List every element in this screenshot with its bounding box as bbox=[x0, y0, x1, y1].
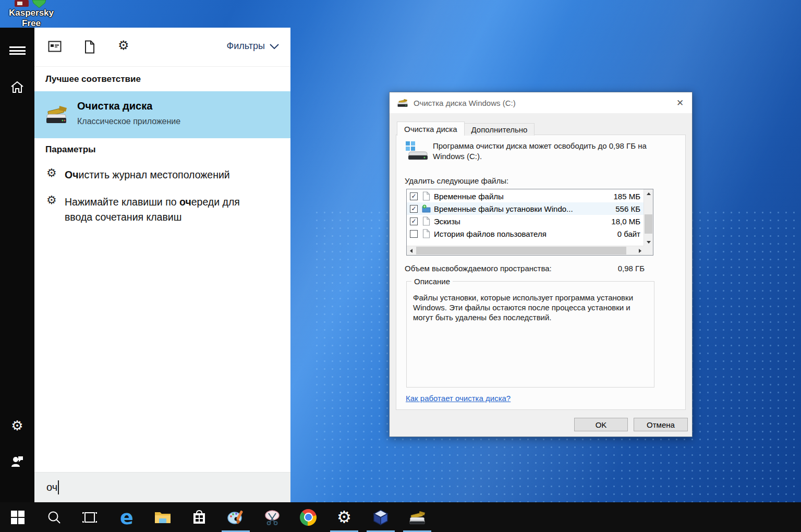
start-button[interactable] bbox=[3, 502, 32, 532]
filter-bar: ⚙ Фильтры bbox=[34, 28, 290, 67]
file-page-icon bbox=[422, 229, 431, 238]
option-text: Очистить журнал местоположений bbox=[65, 167, 268, 183]
best-match-header: Лучшее соответствие bbox=[45, 74, 141, 84]
description-header: Описание bbox=[411, 277, 453, 286]
filter-apps-button[interactable] bbox=[48, 40, 62, 55]
files-listbox: ✓ Временные файлы 185 МБ ✓ bbox=[406, 189, 653, 256]
filters-dropdown[interactable]: Фильтры bbox=[227, 41, 279, 52]
disk-drive-icon bbox=[405, 140, 429, 160]
gear-icon: ⚙ bbox=[11, 419, 23, 432]
paint-button[interactable] bbox=[221, 502, 250, 532]
scroll-up-button[interactable] bbox=[644, 189, 653, 198]
edge-button[interactable]: e bbox=[112, 502, 141, 532]
file-size: 0 байт bbox=[608, 229, 644, 238]
best-match-subtitle: Классическое приложение bbox=[77, 117, 180, 126]
settings-button[interactable]: ⚙ bbox=[330, 502, 359, 532]
filters-label: Фильтры bbox=[227, 41, 265, 52]
store-button[interactable] bbox=[185, 502, 214, 532]
dialog-title: Очистка диска Windows (C:) bbox=[414, 99, 516, 107]
scroll-left-button[interactable] bbox=[407, 246, 415, 255]
vertical-scrollbar[interactable] bbox=[644, 189, 653, 246]
kaspersky-label-line1: Kaspersky bbox=[4, 8, 58, 18]
free-space-label: Объем высвобождаемого пространства: bbox=[405, 264, 552, 273]
search-flyout-panel: ⚙ Фильтры Лучшее соответствие Очистка ди… bbox=[34, 28, 290, 502]
chrome-icon bbox=[300, 509, 317, 526]
checkbox-checked[interactable]: ✓ bbox=[410, 192, 418, 200]
taskbar-search-button[interactable] bbox=[40, 502, 69, 532]
kaspersky-box-graphic bbox=[15, 0, 29, 7]
file-name: История файлов пользователя bbox=[434, 229, 608, 238]
snipping-tool-button[interactable] bbox=[258, 502, 287, 532]
arrow-right-icon bbox=[639, 249, 641, 253]
file-row-temp-files[interactable]: ✓ Временные файлы 185 МБ bbox=[407, 190, 644, 202]
gear-icon: ⚙ bbox=[46, 195, 57, 206]
feedback-person-icon bbox=[10, 454, 24, 468]
virtualbox-button[interactable] bbox=[366, 502, 395, 532]
document-filter-icon bbox=[84, 40, 95, 54]
dialog-tabs: Очистка диска Дополнительно bbox=[397, 122, 535, 136]
task-view-button[interactable] bbox=[75, 502, 104, 532]
desktop: Kaspersky Free ⚙ bbox=[0, 0, 801, 532]
tab-disk-cleanup[interactable]: Очистка диска bbox=[397, 122, 465, 136]
tab-more-options[interactable]: Дополнительно bbox=[465, 123, 535, 136]
filter-documents-button[interactable] bbox=[84, 40, 95, 56]
folder-update-icon bbox=[422, 204, 431, 213]
file-row-windows-setup-files[interactable]: ✓ Временные файлы установки Windo... 556… bbox=[407, 202, 644, 215]
vertical-scroll-thumb[interactable] bbox=[645, 214, 652, 234]
free-space-value: 0,98 ГБ bbox=[618, 264, 645, 273]
best-match-title: Очистка диска bbox=[77, 100, 152, 112]
match-highlight: оч bbox=[179, 196, 191, 208]
gear-icon: ⚙ bbox=[337, 509, 351, 525]
ok-button[interactable]: OK bbox=[574, 418, 628, 431]
disk-cleanup-icon bbox=[408, 509, 427, 526]
kaspersky-shield-icon bbox=[31, 0, 47, 8]
feedback-button[interactable] bbox=[0, 448, 34, 475]
horizontal-scrollbar[interactable] bbox=[407, 246, 644, 255]
file-row-user-file-history[interactable]: История файлов пользователя 0 байт bbox=[407, 227, 644, 240]
filter-settings-button[interactable]: ⚙ bbox=[118, 39, 129, 52]
apps-filter-icon bbox=[48, 40, 62, 53]
check-mark: ✓ bbox=[411, 217, 416, 225]
close-button[interactable]: ✕ bbox=[668, 92, 692, 113]
kaspersky-desktop-icon[interactable]: Kaspersky Free bbox=[4, 0, 58, 29]
chrome-button[interactable] bbox=[294, 502, 323, 532]
dialog-titlebar[interactable]: Очистка диска Windows (C:) ✕ bbox=[390, 92, 692, 113]
disk-cleanup-title-icon bbox=[397, 98, 408, 107]
paint-icon bbox=[227, 509, 245, 526]
file-size: 18,0 МБ bbox=[608, 217, 644, 226]
checkbox-checked[interactable]: ✓ bbox=[410, 217, 418, 225]
search-input[interactable]: оч bbox=[34, 472, 290, 502]
horizontal-scroll-thumb[interactable] bbox=[416, 247, 626, 255]
option-text: Нажимайте клавиши по очереди для ввода с… bbox=[65, 195, 268, 225]
files-rows: ✓ Временные файлы 185 МБ ✓ bbox=[407, 190, 644, 246]
home-button[interactable] bbox=[0, 74, 34, 101]
option-clear-location-history[interactable]: ⚙ Очистить журнал местоположений bbox=[34, 167, 290, 189]
store-icon bbox=[191, 510, 207, 525]
params-header: Параметры bbox=[45, 144, 96, 155]
hamburger-menu-button[interactable] bbox=[0, 37, 34, 64]
file-size: 185 МБ bbox=[608, 192, 644, 201]
settings-rail-button[interactable]: ⚙ bbox=[0, 412, 34, 439]
scroll-down-button[interactable] bbox=[644, 238, 653, 246]
search-icon bbox=[47, 510, 62, 525]
search-input-value: оч bbox=[46, 481, 57, 493]
snipping-tool-icon bbox=[264, 509, 281, 526]
option-press-keys-sequence[interactable]: ⚙ Нажимайте клавиши по очереди для ввода… bbox=[34, 195, 290, 231]
description-groupbox: Описание Файлы установки, которые исполь… bbox=[406, 281, 654, 388]
file-row-thumbnails[interactable]: ✓ Эскизы 18,0 МБ bbox=[407, 215, 644, 227]
close-icon: ✕ bbox=[676, 98, 684, 108]
dialog-intro-text: Программа очистки диска может освободить… bbox=[433, 141, 678, 162]
windows-logo-icon bbox=[10, 510, 25, 525]
checkbox-unchecked[interactable] bbox=[410, 230, 418, 238]
description-text: Файлы установки, которые использует прог… bbox=[413, 293, 637, 322]
scroll-right-button[interactable] bbox=[636, 246, 644, 255]
best-match-result[interactable]: Очистка диска Классическое приложение bbox=[34, 91, 290, 138]
disk-cleanup-taskbar-button[interactable] bbox=[403, 502, 432, 532]
how-disk-cleanup-works-link[interactable]: Как работает очистка диска? bbox=[406, 394, 511, 403]
disk-cleanup-dialog: Очистка диска Windows (C:) ✕ Очистка дис… bbox=[389, 92, 693, 437]
kaspersky-label-line2: Free bbox=[4, 18, 58, 29]
cancel-button[interactable]: Отмена bbox=[634, 418, 688, 431]
arrow-up-icon bbox=[647, 192, 651, 195]
checkbox-checked[interactable]: ✓ bbox=[410, 205, 418, 213]
file-explorer-button[interactable] bbox=[148, 502, 177, 532]
